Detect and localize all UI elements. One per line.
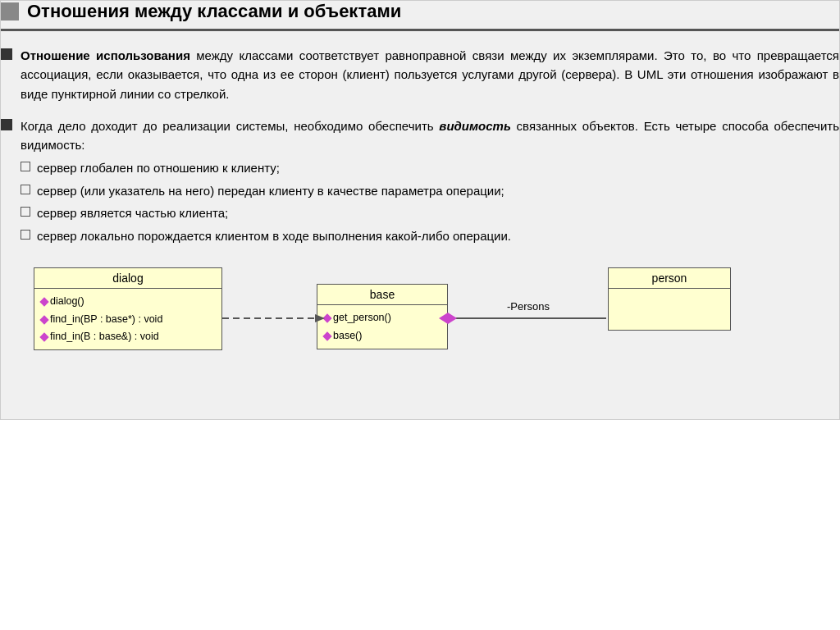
sub-bullet-4 xyxy=(21,230,30,240)
method-text-1: dialog() xyxy=(50,293,84,310)
base-method-1: get_person() xyxy=(324,309,441,326)
sub-item-1: сервер глобален по отношению к клиенту; xyxy=(21,159,839,178)
svg-text:-Persons: -Persons xyxy=(507,300,550,313)
base-body: get_person() base() xyxy=(317,305,447,349)
list-item-2: Когда дело доходит до реализации системы… xyxy=(1,116,839,250)
bold-usage: Отношение использования xyxy=(21,48,190,62)
sub-item-4: сервер локально порождается клиентом в х… xyxy=(21,227,839,246)
person-body xyxy=(609,289,730,330)
dialog-method-3: find_in(B : base&) : void xyxy=(41,328,215,345)
sub-bullet-1 xyxy=(21,162,30,171)
sub-item-3: сервер является частью клиента; xyxy=(21,204,839,223)
dialog-title: dialog xyxy=(34,268,221,289)
uml-box-dialog: dialog dialog() find_in(BP : base*) : vo… xyxy=(34,267,222,350)
base-title: base xyxy=(317,285,447,305)
method-text-3: find_in(B : base&) : void xyxy=(50,328,159,345)
dialog-body: dialog() find_in(BP : base*) : void find… xyxy=(34,289,221,349)
bullet-1 xyxy=(1,48,12,60)
list-item-1: Отношение использования между классами с… xyxy=(1,46,839,103)
slide: Отношения между классами и объектами Отн… xyxy=(0,0,840,420)
sub-text-4: сервер локально порождается клиентом в х… xyxy=(37,227,511,246)
para2-bold: видимость xyxy=(439,119,511,133)
title-text: Отношения между классами и объектами xyxy=(27,1,401,22)
sub-item-2: сервер (или указатель на него) передан к… xyxy=(21,182,839,201)
sub-bullet-2 xyxy=(21,185,30,194)
sub-text-1: сервер глобален по отношению к клиенту; xyxy=(37,159,280,178)
para2-pre: Когда дело доходит до реализации системы… xyxy=(21,119,439,133)
method-text-5: base() xyxy=(333,327,362,345)
uml-box-person: person xyxy=(608,267,731,331)
paragraph-2: Когда дело доходит до реализации системы… xyxy=(21,116,839,250)
diamond-icon-4 xyxy=(322,314,331,323)
sub-list: сервер глобален по отношению к клиенту; … xyxy=(21,159,839,245)
diamond-icon-5 xyxy=(322,331,331,340)
uml-box-base: base get_person() base() xyxy=(317,284,448,349)
title-icon xyxy=(1,2,19,21)
person-title: person xyxy=(609,268,730,289)
method-text-2: find_in(BP : base*) : void xyxy=(50,311,162,328)
base-method-2: base() xyxy=(324,327,441,345)
diamond-icon-3 xyxy=(39,332,48,341)
diamond-icon-1 xyxy=(39,298,48,307)
uml-diagram: dialog dialog() find_in(BP : base*) : vo… xyxy=(1,267,839,419)
content-list: Отношение использования между классами с… xyxy=(1,46,839,249)
slide-title: Отношения между классами и объектами xyxy=(1,1,839,31)
sub-bullet-3 xyxy=(21,207,30,217)
sub-text-3: сервер является частью клиента; xyxy=(37,204,228,223)
dialog-method-2: find_in(BP : base*) : void xyxy=(41,311,215,328)
paragraph-1: Отношение использования между классами с… xyxy=(21,46,839,103)
bullet-2 xyxy=(1,119,12,130)
sub-text-2: сервер (или указатель на него) передан к… xyxy=(37,182,504,201)
diamond-icon-2 xyxy=(39,315,48,324)
method-text-4: get_person() xyxy=(333,309,391,326)
dialog-method-1: dialog() xyxy=(41,293,215,310)
